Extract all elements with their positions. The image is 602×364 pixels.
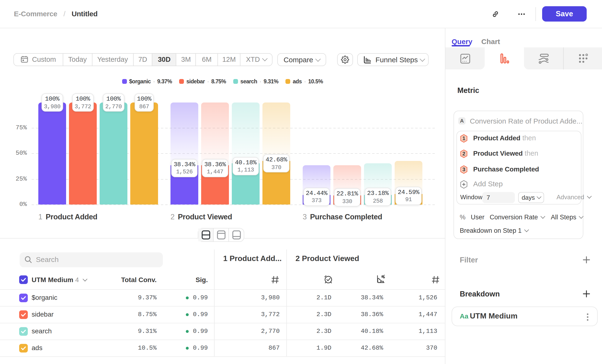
svg-text:2: 2 [462,150,465,156]
svg-text:1: 1 [462,135,465,141]
svg-text:3: 3 [462,166,465,172]
